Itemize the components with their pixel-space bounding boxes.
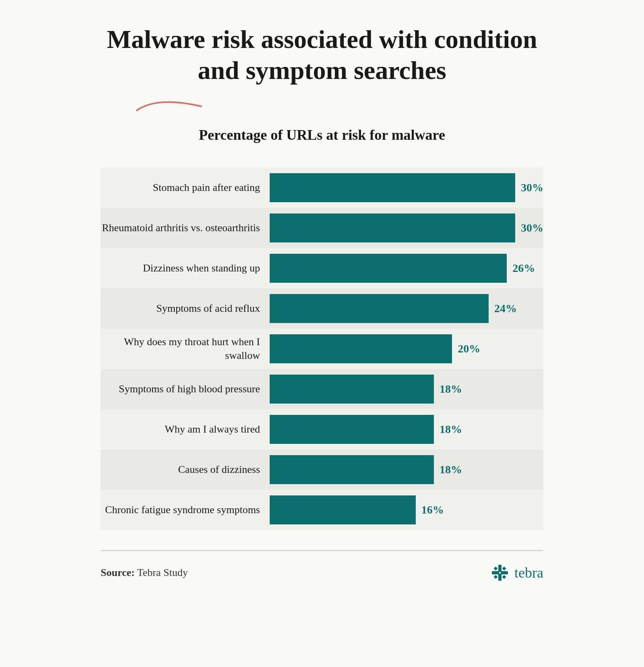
bar-value: 24% — [494, 302, 517, 315]
bar-value: 18% — [440, 423, 462, 436]
bar-row: Stomach pain after eating30% — [101, 168, 543, 208]
bar-value: 30% — [521, 181, 543, 194]
bar-label: Rheumatoid arthritis vs. osteoarthritis — [101, 221, 270, 235]
bar-value: 20% — [458, 342, 480, 355]
bar-row: Why does my throat hurt when I swallow20… — [101, 329, 543, 369]
bar-label: Symptoms of high blood pressure — [101, 382, 270, 396]
bar-chart: Stomach pain after eating30%Rheumatoid a… — [101, 168, 543, 530]
bar-value: 16% — [421, 503, 444, 516]
bar-row: Symptoms of acid reflux24% — [101, 288, 543, 329]
bar-label: Symptoms of acid reflux — [101, 302, 270, 315]
bar-label: Stomach pain after eating — [101, 181, 270, 195]
chart-title: Malware risk associated with condition a… — [101, 24, 543, 86]
bar-track: 20% — [270, 334, 543, 363]
source-text: Source: Tebra Study — [101, 567, 188, 579]
bar-fill — [270, 415, 434, 444]
bar-row: Rheumatoid arthritis vs. osteoarthritis3… — [101, 208, 543, 248]
bar-label: Why does my throat hurt when I swallow — [101, 335, 270, 362]
source-label: Source: — [101, 567, 135, 578]
bar-track: 30% — [270, 213, 543, 242]
bar-row: Why am I always tired18% — [101, 409, 543, 450]
bar-fill — [270, 173, 515, 202]
chart-container: Malware risk associated with condition a… — [101, 24, 543, 582]
bar-value: 30% — [521, 222, 543, 234]
bar-track: 18% — [270, 375, 543, 404]
logo-text: tebra — [514, 564, 543, 581]
bar-label: Why am I always tired — [101, 423, 270, 436]
bar-fill — [270, 455, 434, 484]
bar-track: 18% — [270, 455, 543, 484]
bar-value: 18% — [440, 463, 462, 476]
bar-fill — [270, 334, 452, 363]
bar-value: 26% — [512, 262, 535, 275]
bar-row: Dizziness when standing up26% — [101, 248, 543, 288]
bar-fill — [270, 375, 434, 404]
svg-rect-2 — [492, 571, 499, 574]
bar-track: 26% — [270, 254, 543, 283]
bar-row: Causes of dizziness18% — [101, 450, 543, 490]
svg-rect-6 — [494, 575, 498, 579]
bar-label: Chronic fatigue syndrome symptoms — [101, 503, 270, 517]
chart-subtitle: Percentage of URLs at risk for malware — [199, 126, 445, 143]
footer: Source: Tebra Study tebra — [101, 550, 543, 582]
svg-rect-0 — [498, 565, 502, 572]
source-value: Tebra Study — [137, 567, 188, 578]
bar-row: Symptoms of high blood pressure18% — [101, 369, 543, 409]
bar-label: Causes of dizziness — [101, 463, 270, 476]
bar-track: 30% — [270, 173, 543, 202]
bar-track: 16% — [270, 495, 543, 524]
svg-rect-4 — [494, 566, 498, 570]
bar-track: 24% — [270, 294, 543, 323]
bar-fill — [270, 294, 489, 323]
bar-fill — [270, 213, 515, 242]
bar-fill — [270, 254, 507, 283]
svg-rect-7 — [502, 575, 506, 579]
logo-container: tebra — [490, 563, 543, 582]
decoration-curve — [133, 94, 205, 114]
bar-track: 18% — [270, 415, 543, 444]
svg-rect-3 — [501, 571, 508, 574]
svg-rect-5 — [502, 566, 506, 570]
svg-rect-1 — [498, 574, 502, 581]
bar-value: 18% — [440, 383, 462, 396]
tebra-logo-icon — [490, 563, 510, 582]
bar-label: Dizziness when standing up — [101, 261, 270, 275]
bar-fill — [270, 495, 416, 524]
bar-row: Chronic fatigue syndrome symptoms16% — [101, 490, 543, 530]
